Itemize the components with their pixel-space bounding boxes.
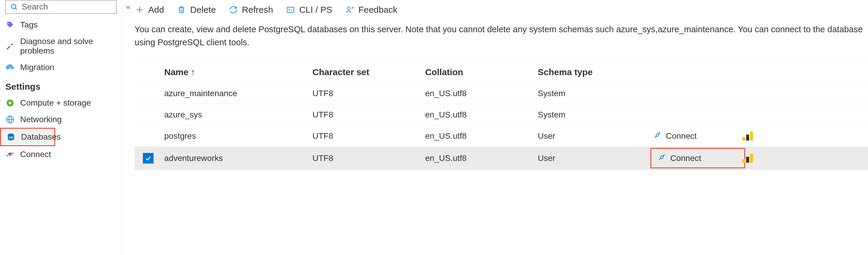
connect-icon [5,150,15,159]
sidebar-item-migration[interactable]: Migration [0,59,122,76]
cell-name: postgres [164,131,312,141]
svg-rect-13 [287,7,294,12]
database-icon: DB [6,132,16,142]
refresh-icon [228,5,238,15]
cell-name: azure_sys [164,110,312,119]
svg-point-10 [9,153,11,156]
cell-name: azure_maintenance [164,89,312,98]
cell-charset: UTF8 [312,110,425,119]
cell-schema: User [538,131,653,141]
col-name[interactable]: Name↑ [164,67,312,77]
sidebar-item-label: Migration [20,63,54,72]
feedback-button[interactable]: Feedback [345,5,398,15]
sidebar-item-diagnose[interactable]: Diagnose and solve problems [0,33,122,59]
connect-label: Connect [666,131,696,141]
connect-button[interactable]: Connect [653,131,742,141]
cell-charset: UTF8 [312,89,425,98]
toolbar-label: Feedback [359,5,398,15]
connect-label: Connect [670,153,701,163]
table-header: Name↑ Character set Collation Schema typ… [134,62,868,83]
main-content: Add Delete Refresh CLI / PS Feedback [122,0,868,255]
cell-collation: en_US.utf8 [425,89,538,98]
col-collation[interactable]: Collation [425,67,538,77]
svg-point-0 [11,4,16,9]
svg-point-14 [347,7,350,10]
svg-point-2 [8,23,9,24]
svg-line-17 [659,132,660,134]
svg-line-1 [15,8,17,9]
svg-text:DB: DB [9,136,13,139]
cell-charset: UTF8 [312,131,425,141]
svg-point-4 [9,102,11,104]
search-box[interactable] [5,0,117,13]
sidebar-item-label: Databases [21,132,61,142]
tag-icon [5,20,15,30]
cli-button[interactable]: CLI / PS [285,5,332,15]
storage-icon [5,98,15,108]
connect-icon [658,153,666,163]
svg-line-16 [655,136,657,138]
table-row[interactable]: azure_sys UTF8 en_US.utf8 System [134,104,868,125]
toolbar: Add Delete Refresh CLI / PS Feedback [134,0,868,23]
plus-icon [134,5,145,15]
col-schema[interactable]: Schema type [538,67,653,77]
cell-charset: UTF8 [312,153,425,163]
feedback-icon [345,5,355,15]
table-row[interactable]: postgres UTF8 en_US.utf8 User Connect [134,125,868,147]
sidebar-item-label: Diagnose and solve problems [20,37,117,56]
connect-button[interactable]: Connect [650,148,745,168]
globe-icon [5,115,15,124]
cell-collation: en_US.utf8 [425,110,538,119]
powerbi-icon[interactable] [742,154,766,163]
terminal-icon [285,5,296,15]
databases-table: Name↑ Character set Collation Schema typ… [134,61,868,170]
toolbar-label: Refresh [242,5,273,15]
cell-name: adventureworks [164,153,312,163]
cell-collation: en_US.utf8 [425,131,538,141]
sidebar-item-label: Networking [20,115,62,124]
powerbi-icon[interactable] [742,132,766,141]
section-heading-settings: Settings [0,76,122,95]
table-row[interactable]: azure_maintenance UTF8 en_US.utf8 System [134,83,868,104]
sidebar-item-networking[interactable]: Networking [0,111,122,128]
sidebar-item-tags[interactable]: Tags [0,16,122,33]
sort-asc-icon: ↑ [191,67,195,77]
sidebar-item-label: Connect [20,150,51,159]
collapse-icon[interactable]: « [126,3,130,11]
cell-schema: User [538,153,653,163]
refresh-button[interactable]: Refresh [228,5,273,15]
migration-icon [5,63,15,72]
sidebar-item-compute[interactable]: Compute + storage [0,95,122,111]
delete-button[interactable]: Delete [176,5,216,15]
sidebar-item-connect[interactable]: Connect [0,146,122,163]
trash-icon [176,5,186,15]
search-icon [9,2,19,11]
sidebar-item-label: Tags [20,20,38,30]
svg-line-19 [659,158,661,160]
svg-line-20 [663,154,665,156]
table-row[interactable]: adventureworks UTF8 en_US.utf8 User Conn… [134,147,868,170]
add-button[interactable]: Add [134,5,164,15]
toolbar-label: CLI / PS [299,5,332,15]
page-description: You can create, view and delete PostgreS… [134,23,864,61]
col-charset[interactable]: Character set [312,67,425,77]
toolbar-label: Delete [190,5,216,15]
cell-schema: System [538,89,653,98]
cell-schema: System [538,110,653,119]
row-checkbox[interactable] [143,153,154,163]
sidebar-item-label: Compute + storage [20,98,91,108]
toolbar-label: Add [148,5,164,15]
wrench-icon [5,41,15,51]
search-input[interactable] [22,2,128,11]
connect-icon [653,131,662,141]
sidebar: « Tags Diagnose and solve problems Migra… [0,0,122,255]
cell-collation: en_US.utf8 [425,153,538,163]
sidebar-item-databases[interactable]: DB Databases [0,128,55,146]
